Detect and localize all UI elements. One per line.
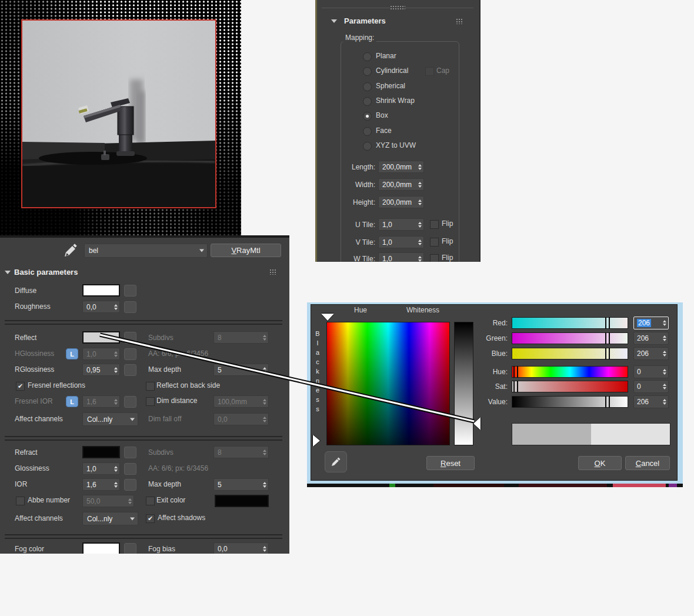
material-name-dropdown[interactable]: bel [84, 244, 208, 258]
sample-screen-color-button[interactable] [325, 451, 347, 472]
red-spinner[interactable] [663, 320, 666, 326]
blue-slider-marker[interactable] [605, 348, 610, 359]
refract-map-button[interactable] [124, 447, 136, 458]
hglossiness-map-button[interactable] [124, 348, 136, 360]
ior-map-button[interactable] [124, 479, 136, 491]
dim-distance-field[interactable]: 100,0mm [213, 395, 269, 408]
height-field[interactable]: 200,0mm [378, 196, 424, 208]
reflect-map-button[interactable] [124, 332, 136, 344]
rollout-collapse-icon[interactable] [331, 19, 337, 23]
u-tile-field[interactable]: 1,0 [378, 218, 424, 231]
abbe-number-field[interactable]: 50,0 [82, 495, 134, 507]
fresnel-ior-lock-button[interactable]: L [66, 396, 78, 407]
radio-face[interactable] [363, 127, 372, 136]
value-spinner[interactable] [663, 399, 666, 405]
reflect-max-depth-spinner[interactable] [263, 367, 266, 373]
ior-field[interactable]: 1,6 [82, 478, 120, 491]
refract-subdivs-field[interactable]: 8 [213, 446, 269, 458]
cap-checkbox[interactable] [425, 67, 434, 76]
ior-spinner[interactable] [114, 482, 118, 488]
basic-params-collapse-icon[interactable] [5, 271, 11, 274]
red-spinbox[interactable]: 206 [633, 317, 669, 329]
u-flip-checkbox[interactable] [430, 220, 439, 229]
v-flip-checkbox[interactable] [430, 238, 439, 247]
width-field[interactable]: 200,0mm [378, 178, 424, 191]
roughness-spinner[interactable] [114, 304, 118, 310]
radio-shrink-wrap[interactable] [363, 97, 372, 106]
length-spinner[interactable] [418, 164, 422, 170]
dim-falloff-field[interactable]: 0,0 [213, 413, 269, 425]
fresnel-ior-map-button[interactable] [124, 396, 136, 408]
cancel-button[interactable]: Cancel [625, 456, 670, 470]
dim-distance-checkbox[interactable] [146, 397, 155, 406]
height-spinner[interactable] [418, 199, 422, 205]
sat-spinbox[interactable]: 0 [633, 380, 669, 393]
refract-affect-channels-dropdown[interactable]: Col...nly [82, 512, 138, 525]
exit-color-swatch[interactable] [215, 495, 269, 507]
sat-spinner[interactable] [663, 384, 666, 389]
length-field[interactable]: 200,0mm [378, 161, 424, 173]
w-flip-checkbox[interactable] [430, 254, 439, 262]
hglossiness-lock-button[interactable]: L [66, 348, 78, 359]
reflect-color-swatch[interactable] [82, 331, 120, 344]
blue-slider[interactable] [512, 348, 628, 359]
hue-spinbox[interactable]: 0 [633, 365, 669, 378]
green-slider-marker[interactable] [605, 332, 610, 344]
refract-color-swatch[interactable] [82, 446, 120, 458]
green-spinner[interactable] [663, 335, 666, 341]
v-tile-spinner[interactable] [418, 239, 422, 245]
pick-material-eyedropper-icon[interactable] [62, 241, 79, 259]
basic-params-title[interactable]: Basic parameters [14, 268, 78, 277]
w-tile-spinner[interactable] [418, 256, 422, 262]
rglossiness-field[interactable]: 0,95 [82, 364, 120, 376]
radio-cylindrical-label[interactable]: Cylindrical [376, 66, 408, 75]
radio-planar[interactable] [363, 52, 372, 61]
ok-button[interactable]: OK [578, 456, 622, 470]
abbe-number-checkbox[interactable] [16, 497, 25, 505]
rglossiness-spinner[interactable] [114, 367, 118, 373]
fog-bias-field[interactable]: 0,0 [213, 542, 269, 554]
material-type-button[interactable]: VRayMtl [211, 244, 281, 257]
hglossiness-field[interactable]: 1,0 [82, 348, 120, 360]
radio-shrink-wrap-label[interactable]: Shrink Wrap [376, 96, 415, 105]
reset-button[interactable]: Reset [426, 456, 475, 470]
radio-planar-label[interactable]: Planar [376, 52, 396, 60]
red-slider-marker[interactable] [605, 317, 610, 329]
radio-xyz-to-uvw[interactable] [363, 142, 372, 151]
rollout-title[interactable]: Parameters [344, 16, 386, 25]
radio-spherical-label[interactable]: Spherical [376, 82, 405, 90]
diffuse-map-button[interactable] [124, 285, 136, 297]
diffuse-color-swatch[interactable] [82, 284, 120, 297]
width-spinner[interactable] [418, 182, 422, 188]
reflect-back-side-checkbox[interactable] [146, 382, 155, 391]
fresnel-reflections-checkbox[interactable] [16, 382, 25, 391]
panel-drag-handle[interactable] [390, 5, 405, 10]
blue-spinbox[interactable]: 206 [633, 347, 669, 360]
radio-box-label[interactable]: Box [376, 111, 388, 119]
glossiness-spinner[interactable] [114, 466, 118, 472]
blue-spinner[interactable] [663, 351, 666, 357]
hue-slider[interactable] [512, 366, 628, 378]
exit-color-checkbox[interactable] [146, 497, 155, 505]
value-slider-marker[interactable] [605, 396, 610, 408]
affect-shadows-checkbox[interactable] [146, 514, 155, 523]
radio-face-label[interactable]: Face [376, 126, 392, 135]
hue-slider-marker[interactable] [513, 366, 518, 378]
refract-max-depth-spinner[interactable] [263, 482, 266, 488]
whiteness-marker-icon[interactable] [473, 417, 481, 430]
fog-color-map-button[interactable] [124, 543, 136, 554]
radio-spherical[interactable] [363, 82, 372, 91]
roughness-field[interactable]: 0,0 [82, 301, 120, 313]
v-tile-field[interactable]: 1,0 [378, 236, 424, 248]
glossiness-field[interactable]: 1,0 [82, 462, 120, 475]
refract-max-depth-field[interactable]: 5 [213, 478, 269, 491]
rglossiness-map-button[interactable] [124, 364, 136, 376]
roughness-map-button[interactable] [124, 301, 136, 313]
reflect-affect-channels-dropdown[interactable]: Col...nly [82, 412, 138, 426]
hue-spinner[interactable] [663, 369, 666, 375]
green-spinbox[interactable]: 206 [633, 332, 669, 345]
reflect-max-depth-field[interactable]: 5 [213, 364, 269, 376]
w-tile-field[interactable]: 1,0 [378, 252, 424, 262]
fog-bias-spinner[interactable] [263, 546, 266, 552]
reflect-subdivs-field[interactable]: 8 [213, 331, 269, 344]
